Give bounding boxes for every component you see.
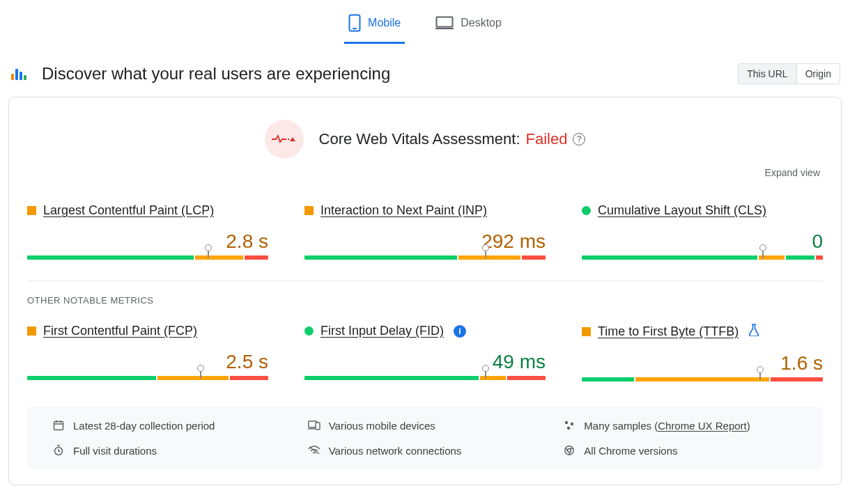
metric-fid: First Input Delay (FID) i 49 ms xyxy=(304,324,546,381)
pin-icon xyxy=(485,249,486,258)
assessment-status: Failed xyxy=(526,130,568,148)
other-metrics-heading: OTHER NOTABLE METRICS xyxy=(27,295,823,306)
metric-lcp-bar xyxy=(27,255,268,260)
info-footer: Latest 28-day collection period Various … xyxy=(27,407,823,469)
status-icon xyxy=(304,206,314,215)
page-title: Discover what your real users are experi… xyxy=(42,64,390,84)
pin-icon xyxy=(759,370,761,380)
svg-point-9 xyxy=(567,427,570,430)
scope-toggle: This URL Origin xyxy=(738,63,840,84)
metric-ttfb-bar xyxy=(582,377,823,381)
crux-badge-icon xyxy=(8,63,29,84)
metric-fid-value: 49 ms xyxy=(493,351,546,372)
expand-view-link[interactable]: Expand view xyxy=(27,167,823,178)
metric-fid-name[interactable]: First Input Delay (FID) xyxy=(320,324,444,338)
metric-ttfb-value: 1.6 s xyxy=(780,352,823,374)
metric-lcp-value: 2.8 s xyxy=(226,230,268,252)
divider xyxy=(27,281,823,281)
metric-cls-bar xyxy=(582,255,823,260)
metric-cls-name[interactable]: Cumulative Layout Shift (CLS) xyxy=(598,203,766,218)
pin-icon xyxy=(200,369,201,379)
status-icon xyxy=(582,327,591,336)
metric-fcp-bar xyxy=(27,376,268,380)
tab-mobile[interactable]: Mobile xyxy=(344,8,405,44)
svg-rect-6 xyxy=(316,423,320,430)
page-header: Discover what your real users are experi… xyxy=(0,44,850,97)
status-icon xyxy=(304,326,314,336)
fail-status-icon xyxy=(265,120,304,159)
metric-inp: Interaction to Next Paint (INP) 292 ms xyxy=(304,203,546,260)
status-icon xyxy=(582,206,591,215)
svg-point-7 xyxy=(565,421,568,424)
metric-ttfb: Time to First Byte (TTFB) 1.6 s xyxy=(582,324,823,381)
timer-icon xyxy=(52,444,65,457)
metric-inp-name[interactable]: Interaction to Next Paint (INP) xyxy=(320,203,487,218)
info-connections: Various network connections xyxy=(308,444,550,457)
metric-inp-value: 292 ms xyxy=(481,230,546,252)
metric-fid-bar xyxy=(304,376,546,380)
pin-icon xyxy=(762,249,764,258)
mobile-icon xyxy=(348,14,361,32)
tab-desktop-label: Desktop xyxy=(461,17,502,29)
other-metrics-grid: First Contentful Paint (FCP) 2.5 s First… xyxy=(27,324,823,381)
info-durations: Full visit durations xyxy=(52,444,294,457)
status-icon xyxy=(27,326,36,336)
tab-desktop[interactable]: Desktop xyxy=(431,8,506,44)
vitals-card: Core Web Vitals Assessment: Failed ? Exp… xyxy=(8,97,842,485)
flask-icon[interactable] xyxy=(748,324,759,340)
metric-ttfb-name[interactable]: Time to First Byte (TTFB) xyxy=(598,324,739,339)
devices-icon xyxy=(308,419,320,432)
status-icon xyxy=(27,206,36,215)
metric-inp-bar xyxy=(304,255,546,260)
chrome-icon xyxy=(563,444,575,457)
crux-report-link[interactable]: Chrome UX Report xyxy=(658,420,747,432)
svg-rect-4 xyxy=(54,422,63,430)
metric-cls-value: 0 xyxy=(812,230,823,252)
info-devices: Various mobile devices xyxy=(308,419,550,432)
desktop-icon xyxy=(435,16,454,30)
metric-fcp-name[interactable]: First Contentful Paint (FCP) xyxy=(43,324,197,338)
metric-lcp-name[interactable]: Largest Contentful Paint (LCP) xyxy=(43,203,214,218)
help-icon[interactable]: ? xyxy=(573,133,585,145)
core-metrics-grid: Largest Contentful Paint (LCP) 2.8 s Int… xyxy=(27,203,823,260)
tab-mobile-label: Mobile xyxy=(368,17,401,29)
toggle-origin[interactable]: Origin xyxy=(796,64,840,84)
metric-fcp-value: 2.5 s xyxy=(226,351,268,372)
metric-lcp: Largest Contentful Paint (LCP) 2.8 s xyxy=(27,203,268,260)
pin-icon xyxy=(485,369,486,379)
svg-rect-1 xyxy=(353,28,357,29)
info-samples: Many samples (Chrome UX Report) xyxy=(563,419,805,432)
svg-point-8 xyxy=(571,423,573,425)
metric-fcp: First Contentful Paint (FCP) 2.5 s xyxy=(27,324,268,381)
info-period: Latest 28-day collection period xyxy=(52,419,294,432)
toggle-this-url[interactable]: This URL xyxy=(739,64,796,84)
device-tabs: Mobile Desktop xyxy=(0,0,850,44)
svg-rect-2 xyxy=(437,17,453,27)
pin-icon xyxy=(208,249,209,258)
metric-cls: Cumulative Layout Shift (CLS) 0 xyxy=(582,203,823,260)
assessment-row: Core Web Vitals Assessment: Failed ? xyxy=(27,120,823,159)
info-icon[interactable]: i xyxy=(454,325,466,338)
network-icon xyxy=(308,444,320,457)
calendar-icon xyxy=(52,419,65,432)
assessment-label: Core Web Vitals Assessment: xyxy=(319,130,520,148)
scatter-icon xyxy=(563,419,575,432)
info-versions: All Chrome versions xyxy=(563,444,805,457)
